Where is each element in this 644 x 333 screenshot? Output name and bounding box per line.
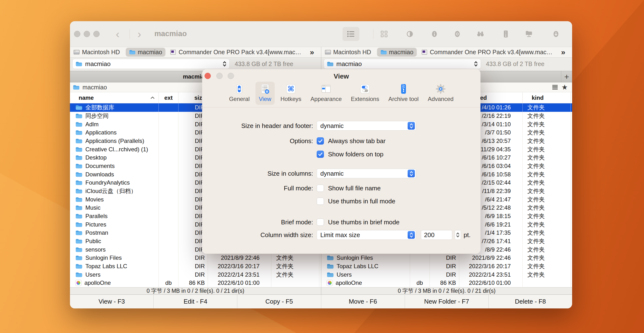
fn-button-copy-f5[interactable]: Copy - F5 <box>237 295 321 309</box>
file-name-cell: apolloOne <box>321 279 410 287</box>
path-dropdown[interactable]: macmiao <box>72 59 230 69</box>
fn-button-new-folder-f7[interactable]: New Folder - F7 <box>405 295 489 309</box>
status-bar: 0 字节 / 3 MB in 0 / 2 file(s). 0 / 21 dir… <box>321 287 572 295</box>
column-header-strip <box>571 92 572 103</box>
file-name-cell: Applications (Parallels) <box>70 137 159 145</box>
network-button[interactable] <box>525 30 533 38</box>
checkbox-use-thumbs-in-full-mode[interactable] <box>317 198 324 205</box>
search-button[interactable] <box>476 30 484 38</box>
file-size: 86 KB <box>440 280 456 286</box>
file-size: DIR <box>195 271 205 278</box>
back-button[interactable]: ‹ <box>116 27 120 40</box>
file-modified: 2021/8/9 22:46 <box>472 255 510 261</box>
tab-overflow-chevron[interactable]: » <box>310 48 314 57</box>
checkbox-use-thumbs-in-brief-mode[interactable] <box>317 219 324 226</box>
file-modified: /11/8 22:39 <box>482 188 510 194</box>
tab-commander-one-pro-pack-v3-4-ww[interactable]: Commander One PRO Pack v3.4[www.macat... <box>170 49 304 56</box>
file-kind: 文件夹 <box>528 221 545 228</box>
list-menu-icon[interactable] <box>552 84 558 90</box>
file-kind: 文件夹 <box>528 146 545 153</box>
file-kind: 文件夹 <box>276 254 294 262</box>
window-title: macmiao <box>154 29 187 38</box>
folder-icon <box>75 130 82 135</box>
info-button[interactable] <box>430 30 438 38</box>
tab-commander-one-pro-pack-v3-4-ww[interactable]: Commander One PRO Pack v3.4[www.macat... <box>421 49 555 56</box>
checkbox-show-full-file-name[interactable] <box>317 185 324 192</box>
folder-icon <box>75 255 82 261</box>
checkbox-show-folders-on-top[interactable] <box>317 151 324 158</box>
file-ext: db <box>416 280 423 286</box>
file-row-users[interactable]: Users DIR 2022/2/14 23:51 文件夹 <box>70 270 321 279</box>
checkbox-always-show-tab-bar[interactable] <box>317 137 324 145</box>
column-header-kind[interactable]: kind <box>523 92 571 103</box>
file-name-cell: Downloads <box>70 170 159 179</box>
full-view-button[interactable] <box>342 27 360 41</box>
tab-label: macmiao <box>138 49 162 56</box>
column-header-name[interactable]: name <box>70 92 159 103</box>
favorites-star-icon[interactable]: ★ <box>562 84 568 91</box>
file-modified: 2022/6/10 01:00 <box>469 280 511 286</box>
add-tab-button[interactable]: + <box>561 71 572 82</box>
close-button[interactable] <box>74 31 80 37</box>
minimize-button[interactable] <box>84 31 90 37</box>
brief-view-button[interactable] <box>380 30 388 38</box>
file-size: DIR <box>446 263 456 270</box>
zoom-button[interactable] <box>93 31 100 37</box>
file-row-apolloone[interactable]: apolloOne db 86 KB 2022/6/10 01:00 <box>321 279 572 287</box>
folder-icon <box>75 205 82 211</box>
select-value: Limit max size <box>317 231 408 239</box>
tab-overflow-chevron[interactable]: » <box>561 48 565 57</box>
file-row-sunlogin-files[interactable]: Sunlogin Files DIR 2021/8/9 22:46 文件夹 <box>321 254 572 262</box>
file-name-cell: 同步空间 <box>70 112 159 120</box>
tab-macintosh-hd[interactable]: Macintosh HD <box>73 49 120 56</box>
select-stepper-icon <box>408 231 415 239</box>
file-modified: /6/16 10:27 <box>482 154 510 161</box>
path-value: macmiao <box>336 60 471 68</box>
column-header-ext[interactable]: ext <box>159 92 178 103</box>
thumbs-toggle-button[interactable] <box>406 30 414 38</box>
checkbox-label-show-folders-on-top: Show folders on top <box>328 151 384 158</box>
fn-button-view-f3[interactable]: View - F3 <box>70 295 154 309</box>
folder-icon <box>75 188 82 194</box>
fn-button-edit-f4[interactable]: Edit - F4 <box>154 295 237 309</box>
dialog-label-full-mode: Full mode: <box>206 185 313 192</box>
tab-macmiao[interactable]: macmiao <box>126 48 166 57</box>
file-kind: 文件夹 <box>528 212 545 220</box>
folder-icon <box>75 272 82 278</box>
download-button[interactable] <box>552 30 560 38</box>
forward-button[interactable]: › <box>138 27 141 40</box>
file-row-topaz-labs-llc[interactable]: Topaz Labs LLC DIR 2022/3/16 20:17 文件夹 <box>70 262 321 271</box>
tab-macmiao[interactable]: macmiao <box>377 48 417 57</box>
fn-button-move-f6[interactable]: Move - F6 <box>321 295 405 309</box>
path-stepper-icon[interactable] <box>474 61 478 67</box>
disk-image-icon <box>421 49 428 55</box>
file-row-sunlogin-files[interactable]: Sunlogin Files DIR 2021/8/9 22:46 文件夹 <box>70 254 321 262</box>
fn-button-delete-f8[interactable]: Delete - F8 <box>489 295 572 309</box>
path-dropdown[interactable]: macmiao <box>324 59 481 69</box>
file-row-apolloone[interactable]: apolloOne db 86 KB 2022/6/10 01:00 <box>70 279 321 287</box>
archive-button[interactable] <box>502 30 510 38</box>
file-size: DIR <box>446 271 456 278</box>
folder-icon <box>129 49 136 55</box>
file-kind: 文件夹 <box>528 271 545 279</box>
tab-label: macmiao <box>389 49 414 56</box>
path-bar: macmiao 433.8 GB of 2 TB free <box>70 58 321 71</box>
dialog-select-column-width-size[interactable]: Limit max size <box>317 230 416 240</box>
column-width-input[interactable]: 200 <box>421 230 452 240</box>
file-modified: /6/16 03:04 <box>482 163 510 169</box>
tab-label: Commander One PRO Pack v3.4[www.macat... <box>178 49 304 56</box>
file-kind: 文件夹 <box>528 254 545 262</box>
file-modified: /11/29 04:35 <box>479 146 511 153</box>
dialog-select-size-in-header-and-footer[interactable]: dynamic <box>317 121 416 131</box>
folder-icon <box>75 138 82 144</box>
file-name-cell: Music <box>70 204 159 212</box>
number-stepper[interactable] <box>455 230 461 240</box>
file-row-topaz-labs-llc[interactable]: Topaz Labs LLC DIR 2022/3/16 20:17 文件夹 <box>321 262 572 271</box>
dialog-select-size-in-columns[interactable]: dynamic <box>317 169 416 178</box>
preview-button[interactable] <box>453 30 462 38</box>
file-modified: /7/26 17:41 <box>482 238 510 245</box>
checkbox-label-always-show-tab-bar: Always show tab bar <box>328 137 386 145</box>
path-stepper-icon[interactable] <box>223 61 226 67</box>
file-row-users[interactable]: Users DIR 2022/2/14 23:51 文件夹 <box>321 270 572 279</box>
tab-macintosh-hd[interactable]: Macintosh HD <box>325 49 371 56</box>
